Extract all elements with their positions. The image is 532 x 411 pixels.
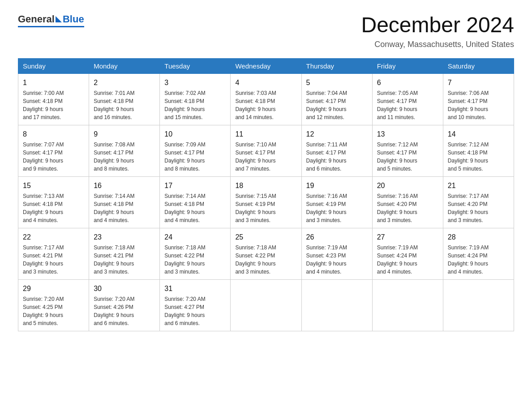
table-row: 28 Sunrise: 7:19 AM Sunset: 4:24 PM Dayl…	[443, 228, 514, 279]
table-row: 3 Sunrise: 7:02 AM Sunset: 4:18 PM Dayli…	[160, 73, 231, 125]
cell-info: Sunrise: 7:14 AM Sunset: 4:18 PM Dayligh…	[164, 192, 226, 224]
cell-info: Sunrise: 7:19 AM Sunset: 4:23 PM Dayligh…	[306, 244, 368, 276]
cell-info: Sunrise: 7:09 AM Sunset: 4:17 PM Dayligh…	[164, 141, 226, 173]
table-row: 21 Sunrise: 7:17 AM Sunset: 4:20 PM Dayl…	[443, 176, 514, 228]
col-friday: Friday	[372, 58, 443, 73]
table-row: 16 Sunrise: 7:14 AM Sunset: 4:18 PM Dayl…	[89, 176, 160, 228]
cell-day-number: 22	[23, 232, 84, 243]
cell-day-number: 4	[235, 77, 296, 88]
table-row: 26 Sunrise: 7:19 AM Sunset: 4:23 PM Dayl…	[301, 228, 372, 279]
table-row: 7 Sunrise: 7:06 AM Sunset: 4:17 PM Dayli…	[443, 73, 514, 125]
cell-info: Sunrise: 7:17 AM Sunset: 4:21 PM Dayligh…	[23, 244, 84, 276]
table-row: 24 Sunrise: 7:18 AM Sunset: 4:22 PM Dayl…	[160, 228, 231, 279]
cell-info: Sunrise: 7:12 AM Sunset: 4:18 PM Dayligh…	[448, 141, 509, 173]
logo-general: General	[18, 13, 55, 25]
col-saturday: Saturday	[443, 58, 514, 73]
table-row	[231, 279, 301, 331]
table-row: 30 Sunrise: 7:20 AM Sunset: 4:26 PM Dayl…	[89, 279, 160, 331]
cell-day-number: 11	[235, 129, 296, 140]
cell-info: Sunrise: 7:00 AM Sunset: 4:18 PM Dayligh…	[23, 89, 84, 121]
cell-info: Sunrise: 7:20 AM Sunset: 4:25 PM Dayligh…	[23, 295, 84, 327]
cell-info: Sunrise: 7:10 AM Sunset: 4:17 PM Dayligh…	[235, 141, 296, 173]
page-subtitle: Conway, Massachusetts, United States	[361, 40, 514, 49]
calendar-week-row: 1 Sunrise: 7:00 AM Sunset: 4:18 PM Dayli…	[18, 73, 514, 125]
table-row: 2 Sunrise: 7:01 AM Sunset: 4:18 PM Dayli…	[89, 73, 160, 125]
cell-info: Sunrise: 7:02 AM Sunset: 4:18 PM Dayligh…	[164, 89, 226, 121]
cell-day-number: 7	[448, 77, 509, 88]
cell-info: Sunrise: 7:18 AM Sunset: 4:21 PM Dayligh…	[94, 244, 155, 276]
cell-info: Sunrise: 7:06 AM Sunset: 4:17 PM Dayligh…	[448, 89, 509, 121]
table-row: 6 Sunrise: 7:05 AM Sunset: 4:17 PM Dayli…	[372, 73, 443, 125]
calendar-table: Sunday Monday Tuesday Wednesday Thursday…	[18, 58, 514, 331]
cell-day-number: 6	[377, 77, 438, 88]
cell-info: Sunrise: 7:07 AM Sunset: 4:17 PM Dayligh…	[23, 141, 84, 173]
calendar-week-row: 15 Sunrise: 7:13 AM Sunset: 4:18 PM Dayl…	[18, 176, 514, 228]
table-row: 14 Sunrise: 7:12 AM Sunset: 4:18 PM Dayl…	[443, 125, 514, 176]
table-row: 17 Sunrise: 7:14 AM Sunset: 4:18 PM Dayl…	[160, 176, 231, 228]
cell-day-number: 25	[235, 232, 296, 243]
cell-info: Sunrise: 7:05 AM Sunset: 4:17 PM Dayligh…	[377, 89, 438, 121]
calendar-week-row: 22 Sunrise: 7:17 AM Sunset: 4:21 PM Dayl…	[18, 228, 514, 279]
cell-info: Sunrise: 7:16 AM Sunset: 4:19 PM Dayligh…	[306, 192, 368, 224]
cell-info: Sunrise: 7:01 AM Sunset: 4:18 PM Dayligh…	[94, 89, 155, 121]
table-row	[443, 279, 514, 331]
table-row: 13 Sunrise: 7:12 AM Sunset: 4:17 PM Dayl…	[372, 125, 443, 176]
cell-day-number: 12	[306, 129, 368, 140]
logo-triangle-icon	[56, 16, 62, 22]
cell-day-number: 18	[235, 180, 296, 191]
cell-day-number: 13	[377, 129, 438, 140]
page-header: General Blue December 2024 Conway, Massa…	[18, 13, 514, 49]
cell-info: Sunrise: 7:16 AM Sunset: 4:20 PM Dayligh…	[377, 192, 438, 224]
cell-day-number: 10	[164, 129, 226, 140]
table-row: 8 Sunrise: 7:07 AM Sunset: 4:17 PM Dayli…	[18, 125, 89, 176]
cell-info: Sunrise: 7:08 AM Sunset: 4:17 PM Dayligh…	[94, 141, 155, 173]
cell-info: Sunrise: 7:17 AM Sunset: 4:20 PM Dayligh…	[448, 192, 509, 224]
cell-info: Sunrise: 7:19 AM Sunset: 4:24 PM Dayligh…	[448, 244, 509, 276]
cell-day-number: 26	[306, 232, 368, 243]
table-row: 23 Sunrise: 7:18 AM Sunset: 4:21 PM Dayl…	[89, 228, 160, 279]
cell-day-number: 8	[23, 129, 84, 140]
table-row: 22 Sunrise: 7:17 AM Sunset: 4:21 PM Dayl…	[18, 228, 89, 279]
title-area: December 2024 Conway, Massachusetts, Uni…	[361, 13, 514, 49]
table-row: 1 Sunrise: 7:00 AM Sunset: 4:18 PM Dayli…	[18, 73, 89, 125]
table-row: 20 Sunrise: 7:16 AM Sunset: 4:20 PM Dayl…	[372, 176, 443, 228]
table-row: 19 Sunrise: 7:16 AM Sunset: 4:19 PM Dayl…	[301, 176, 372, 228]
logo-underline	[18, 26, 84, 27]
cell-day-number: 15	[23, 180, 84, 191]
logo-blue: Blue	[63, 13, 84, 25]
table-row: 4 Sunrise: 7:03 AM Sunset: 4:18 PM Dayli…	[231, 73, 301, 125]
cell-info: Sunrise: 7:04 AM Sunset: 4:17 PM Dayligh…	[306, 89, 368, 121]
cell-day-number: 30	[94, 283, 155, 294]
cell-day-number: 5	[306, 77, 368, 88]
cell-info: Sunrise: 7:18 AM Sunset: 4:22 PM Dayligh…	[164, 244, 226, 276]
cell-info: Sunrise: 7:11 AM Sunset: 4:17 PM Dayligh…	[306, 141, 368, 173]
cell-day-number: 9	[94, 129, 155, 140]
table-row: 27 Sunrise: 7:19 AM Sunset: 4:24 PM Dayl…	[372, 228, 443, 279]
cell-day-number: 29	[23, 283, 84, 294]
cell-day-number: 31	[164, 283, 226, 294]
col-sunday: Sunday	[18, 58, 89, 73]
calendar-week-row: 29 Sunrise: 7:20 AM Sunset: 4:25 PM Dayl…	[18, 279, 514, 331]
col-monday: Monday	[89, 58, 160, 73]
cell-day-number: 23	[94, 232, 155, 243]
table-row	[372, 279, 443, 331]
cell-day-number: 16	[94, 180, 155, 191]
cell-day-number: 28	[448, 232, 509, 243]
table-row: 25 Sunrise: 7:18 AM Sunset: 4:22 PM Dayl…	[231, 228, 301, 279]
cell-day-number: 21	[448, 180, 509, 191]
table-row: 10 Sunrise: 7:09 AM Sunset: 4:17 PM Dayl…	[160, 125, 231, 176]
cell-day-number: 14	[448, 129, 509, 140]
table-row	[301, 279, 372, 331]
cell-day-number: 1	[23, 77, 84, 88]
table-row: 29 Sunrise: 7:20 AM Sunset: 4:25 PM Dayl…	[18, 279, 89, 331]
col-thursday: Thursday	[301, 58, 372, 73]
cell-info: Sunrise: 7:19 AM Sunset: 4:24 PM Dayligh…	[377, 244, 438, 276]
cell-info: Sunrise: 7:18 AM Sunset: 4:22 PM Dayligh…	[235, 244, 296, 276]
table-row: 12 Sunrise: 7:11 AM Sunset: 4:17 PM Dayl…	[301, 125, 372, 176]
cell-day-number: 17	[164, 180, 226, 191]
cell-day-number: 19	[306, 180, 368, 191]
cell-day-number: 20	[377, 180, 438, 191]
calendar-header-row: Sunday Monday Tuesday Wednesday Thursday…	[18, 58, 514, 73]
cell-day-number: 3	[164, 77, 226, 88]
cell-info: Sunrise: 7:20 AM Sunset: 4:27 PM Dayligh…	[164, 295, 226, 327]
